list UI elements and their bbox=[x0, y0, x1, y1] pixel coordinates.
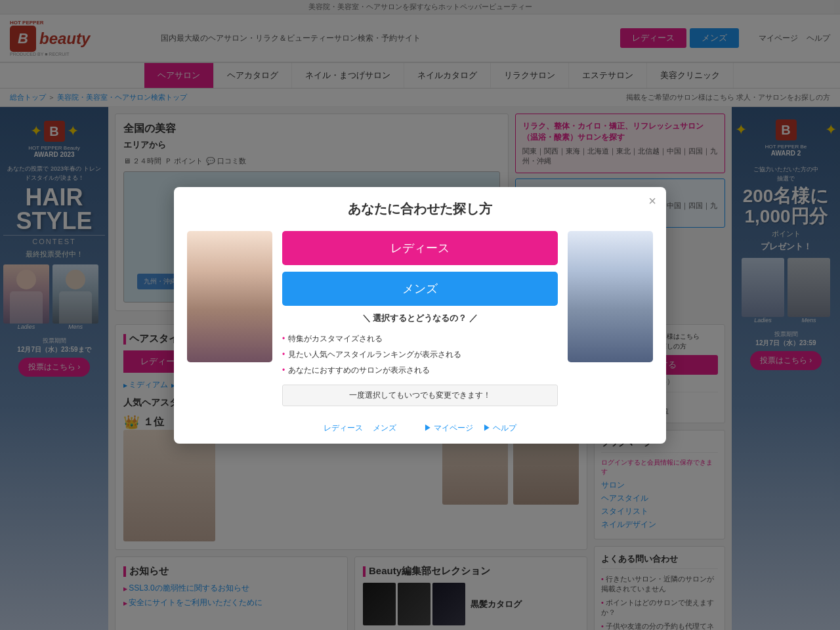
modal-close-button[interactable]: × bbox=[648, 194, 656, 209]
modal-select-text: ＼ 選択するとどうなるの？ ／ bbox=[362, 312, 478, 324]
modal-center: レディース メンズ ＼ 選択するとどうなるの？ ／ 特集がカスタマイズされる 見… bbox=[282, 231, 558, 406]
modal-bullet-2: 見たい人気ヘアスタイルランキングが表示される bbox=[282, 346, 558, 362]
modal-bullet-1: 特集がカスタマイズされる bbox=[282, 331, 558, 346]
modal-man-img bbox=[568, 231, 653, 362]
man-silhouette bbox=[568, 231, 653, 362]
modal-change-note: 一度選択してもいつでも変更できます！ bbox=[282, 385, 558, 406]
modal-ladies-button[interactable]: レディース bbox=[282, 231, 558, 265]
modal-footer-ladies[interactable]: レディース bbox=[324, 423, 363, 434]
modal-woman-img bbox=[187, 231, 272, 362]
modal-footer-mypage[interactable]: ▶ マイページ bbox=[424, 423, 473, 434]
modal-body: レディース メンズ ＼ 選択するとどうなるの？ ／ 特集がカスタマイズされる 見… bbox=[174, 224, 666, 419]
woman-silhouette bbox=[187, 231, 272, 362]
modal-title: あなたに合わせた探し方 bbox=[174, 187, 666, 224]
modal-bullets: 特集がカスタマイズされる 見たい人気ヘアスタイルランキングが表示される あなたに… bbox=[282, 331, 558, 378]
modal-footer-help[interactable]: ▶ ヘルプ bbox=[483, 423, 516, 434]
modal-overlay[interactable]: × あなたに合わせた探し方 レディース メンズ ＼ 選択するとどうなるの？ ／ … bbox=[0, 0, 840, 630]
modal-bullet-3: あなたにおすすめのサロンが表示される bbox=[282, 362, 558, 378]
modal-footer: レディース メンズ ▶ マイページ ▶ ヘルプ bbox=[174, 419, 666, 444]
modal-mens-button[interactable]: メンズ bbox=[282, 272, 558, 306]
modal: × あなたに合わせた探し方 レディース メンズ ＼ 選択するとどうなるの？ ／ … bbox=[174, 187, 666, 444]
modal-footer-mens[interactable]: メンズ bbox=[373, 423, 396, 434]
